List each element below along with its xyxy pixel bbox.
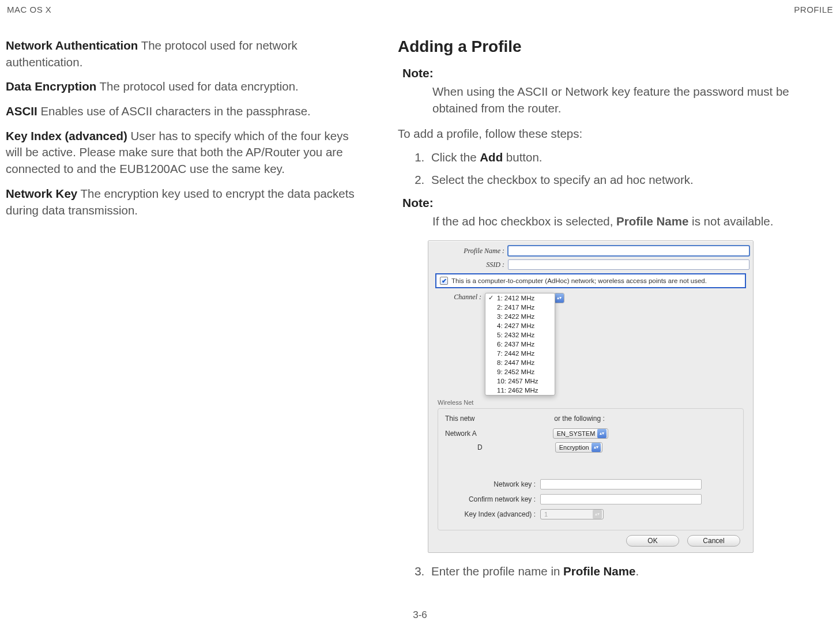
note-2-label: Note: — [402, 196, 790, 210]
left-column: Network Authentication The protocol used… — [6, 37, 363, 588]
channel-label: Channel : — [432, 293, 485, 302]
ok-button[interactable]: OK — [626, 535, 679, 547]
confirm-key-input[interactable] — [540, 494, 702, 504]
encryption-select[interactable]: Encryption▴▾ — [555, 442, 602, 453]
auth-select[interactable]: EN_SYSTEM▴▾ — [553, 428, 609, 439]
def-key-index: Key Index (advanced) User has to specify… — [6, 128, 363, 178]
network-key-label: Network key : — [445, 480, 540, 488]
channel-option[interactable]: 3: 2422 MHz — [485, 312, 555, 321]
ssid-input[interactable] — [508, 259, 749, 270]
header-right: PROFILE — [794, 5, 833, 14]
channel-option[interactable]: 9: 2452 MHz — [485, 367, 555, 376]
channel-option[interactable]: 6: 2437 MHz — [485, 340, 555, 349]
wireless-sec-label: Wireless Net — [438, 399, 749, 406]
channel-option[interactable]: 4: 2427 MHz — [485, 321, 555, 330]
profile-name-input[interactable] — [508, 246, 749, 256]
profile-name-label: Profile Name : — [432, 247, 508, 255]
def-network-auth: Network Authentication The protocol used… — [6, 37, 363, 70]
step-1: Click the Add button. — [428, 149, 790, 166]
step-3: Enter the profile name in Profile Name. — [428, 563, 790, 580]
step-2: Select the checkbox to specify an ad hoc… — [428, 172, 790, 189]
key-index-label: Key Index (advanced) : — [445, 510, 540, 518]
def-ascii: ASCII Enables use of ASCII characters in… — [6, 103, 363, 120]
channel-dropdown[interactable]: 1: 2412 MHz 2: 2417 MHz 3: 2422 MHz 4: 2… — [485, 293, 555, 396]
header-left: MAC OS X — [7, 5, 51, 14]
right-column: Adding a Profile Note: When using the AS… — [398, 37, 790, 588]
channel-stepper[interactable]: ▴▾ — [554, 293, 564, 303]
network-auth-partial: Network A — [445, 430, 481, 438]
adhoc-text: This is a computer-to-computer (AdHoc) n… — [451, 277, 707, 284]
intro-text: To add a profile, follow these steps: — [398, 126, 790, 142]
profile-dialog: Profile Name : SSID : ✔ This is a comput… — [428, 240, 754, 553]
channel-option[interactable]: 5: 2432 MHz — [485, 330, 555, 340]
note-2-body: If the ad hoc checkbox is selected, Prof… — [432, 213, 790, 230]
def-data-encryption: Data Encryption The protocol used for da… — [6, 78, 363, 95]
data-enc-partial: D — [445, 443, 487, 451]
this-network-partial: This netw — [445, 415, 479, 423]
adhoc-checkbox[interactable]: ✔ — [440, 277, 448, 285]
key-index-select: 1▴▾ — [540, 509, 604, 519]
for-following: or the following : — [554, 415, 604, 423]
channel-option[interactable]: 2: 2417 MHz — [485, 303, 555, 312]
note-1-label: Note: — [402, 66, 790, 80]
channel-option[interactable]: 7: 2442 MHz — [485, 349, 555, 358]
note-1-body: When using the ASCII or Network key feat… — [432, 84, 790, 116]
def-network-key: Network Key The encryption key used to e… — [6, 186, 363, 219]
channel-option[interactable]: 10: 2457 MHz — [485, 376, 555, 386]
confirm-key-label: Confirm network key : — [445, 495, 540, 503]
cancel-button[interactable]: Cancel — [687, 535, 740, 547]
channel-option[interactable]: 1: 2412 MHz — [485, 293, 555, 303]
security-panel: This netw or the following : Network A E… — [438, 408, 744, 530]
section-title: Adding a Profile — [398, 37, 790, 56]
adhoc-row[interactable]: ✔ This is a computer-to-computer (AdHoc)… — [435, 273, 746, 288]
channel-option[interactable]: 8: 2447 MHz — [485, 358, 555, 367]
page-number: 3-6 — [413, 609, 427, 621]
network-key-input[interactable] — [540, 479, 702, 489]
channel-option[interactable]: 11: 2462 MHz — [485, 386, 555, 395]
ssid-label: SSID : — [432, 261, 508, 269]
